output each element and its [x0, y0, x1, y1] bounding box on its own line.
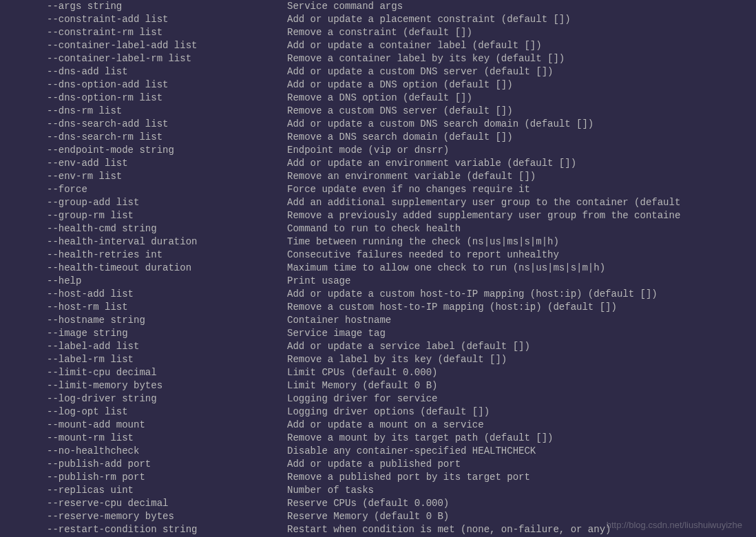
option-description: Remove a published port by its target po… [287, 471, 756, 484]
option-flag: --limit-memory bytes [0, 379, 287, 392]
option-description: Maximum time to allow one check to run (… [287, 262, 756, 275]
option-row: --label-rm listRemove a label by its key… [0, 353, 756, 366]
option-flag: --publish-add port [0, 458, 287, 471]
option-row: --constraint-rm listRemove a constraint … [0, 26, 756, 39]
option-flag: --container-label-rm list [0, 52, 287, 65]
option-description: Logging driver for service [287, 392, 756, 406]
option-flag: --dns-rm list [0, 105, 287, 118]
option-flag: --health-timeout duration [0, 262, 287, 275]
option-row: --dns-option-add listAdd or update a DNS… [0, 78, 756, 92]
option-flag: --dns-option-rm list [0, 92, 287, 105]
option-row: --dns-option-rm listRemove a DNS option … [0, 92, 756, 105]
option-description: Command to run to check health [287, 222, 756, 235]
option-flag: --reserve-memory bytes [0, 510, 287, 523]
option-description: Limit CPUs (default 0.000) [287, 366, 756, 379]
option-flag: --log-driver string [0, 392, 287, 406]
option-row: --container-label-add listAdd or update … [0, 39, 756, 52]
option-row: --endpoint-mode stringEndpoint mode (vip… [0, 144, 756, 157]
option-flag: --health-interval duration [0, 235, 287, 249]
option-flag: --constraint-add list [0, 13, 287, 26]
option-description: Time between running the check (ns|us|ms… [287, 235, 756, 249]
option-description: Add or update a mount on a service [287, 419, 756, 432]
option-description: Remove a custom host-to-IP mapping (host… [287, 301, 756, 314]
option-description: Add or update a service label (default [… [287, 340, 756, 353]
option-description: Remove a label by its key (default []) [287, 353, 756, 366]
option-flag: --label-add list [0, 340, 287, 353]
option-row: --limit-cpu decimalLimit CPUs (default 0… [0, 366, 756, 379]
option-flag: --label-rm list [0, 353, 287, 366]
option-flag: --dns-search-rm list [0, 131, 287, 144]
option-flag: --no-healthcheck [0, 445, 287, 458]
option-description: Reserve CPUs (default 0.000) [287, 497, 756, 510]
option-row: --no-healthcheckDisable any container-sp… [0, 445, 756, 458]
option-row: --reserve-cpu decimalReserve CPUs (defau… [0, 497, 756, 510]
option-flag: --host-rm list [0, 301, 287, 314]
option-description: Remove a custom DNS server (default []) [287, 105, 756, 118]
option-flag: --mount-rm list [0, 432, 287, 445]
option-flag: --mount-add mount [0, 419, 287, 432]
option-flag: --group-add list [0, 196, 287, 209]
option-row: --dns-search-add listAdd or update a cus… [0, 118, 756, 131]
option-description: Add or update a custom DNS server (defau… [287, 65, 756, 78]
option-flag: --log-opt list [0, 406, 287, 419]
option-description: Remove an environment variable (default … [287, 170, 756, 183]
option-description: Endpoint mode (vip or dnsrr) [287, 144, 756, 157]
option-description: Consecutive failures needed to report un… [287, 249, 756, 262]
option-row: --label-add listAdd or update a service … [0, 340, 756, 353]
option-description: Add or update a DNS option (default []) [287, 78, 756, 92]
option-row: --log-driver stringLogging driver for se… [0, 392, 756, 406]
option-description: Remove a previously added supplementary … [287, 209, 756, 222]
option-row: --image stringService image tag [0, 327, 756, 340]
option-row: --env-add listAdd or update an environme… [0, 157, 756, 170]
option-row: --publish-rm portRemove a published port… [0, 471, 756, 484]
option-flag: --group-rm list [0, 209, 287, 222]
option-flag: --hostname string [0, 314, 287, 327]
option-row: --args stringService command args [0, 0, 756, 13]
option-flag: --endpoint-mode string [0, 144, 287, 157]
option-row: --host-add listAdd or update a custom ho… [0, 288, 756, 301]
option-flag: --health-cmd string [0, 222, 287, 235]
option-description: Remove a DNS option (default []) [287, 92, 756, 105]
option-description: Limit Memory (default 0 B) [287, 379, 756, 392]
option-flag: --health-retries int [0, 249, 287, 262]
option-row: --replicas uintNumber of tasks [0, 484, 756, 497]
option-description: Add or update a container label (default… [287, 39, 756, 52]
option-description: Remove a mount by its target path (defau… [287, 432, 756, 445]
option-row: --container-label-rm listRemove a contai… [0, 52, 756, 65]
option-row: --env-rm listRemove an environment varia… [0, 170, 756, 183]
option-flag: --dns-add list [0, 65, 287, 78]
option-description: Add or update a placement constraint (de… [287, 13, 756, 26]
option-flag: --limit-cpu decimal [0, 366, 287, 379]
option-flag: --env-rm list [0, 170, 287, 183]
option-description: Disable any container-specified HEALTHCH… [287, 445, 756, 458]
option-row: --limit-memory bytesLimit Memory (defaul… [0, 379, 756, 392]
option-description: Add an additional supplementary user gro… [287, 196, 756, 209]
option-description: Service image tag [287, 327, 756, 340]
option-row: --mount-add mountAdd or update a mount o… [0, 419, 756, 432]
option-flag: --constraint-rm list [0, 26, 287, 39]
option-description: Container hostname [287, 314, 756, 327]
option-row: --health-timeout durationMaximum time to… [0, 262, 756, 275]
option-description: Add or update a custom DNS search domain… [287, 118, 756, 131]
option-row: --health-cmd stringCommand to run to che… [0, 222, 756, 235]
option-description: Add or update a custom host-to-IP mappin… [287, 288, 756, 301]
option-row: --dns-add listAdd or update a custom DNS… [0, 65, 756, 78]
option-description: Add or update a published port [287, 458, 756, 471]
terminal-output: --args stringService command args--const… [0, 0, 756, 536]
option-row: --constraint-add listAdd or update a pla… [0, 13, 756, 26]
option-description: Remove a container label by its key (def… [287, 52, 756, 65]
option-flag: --help [0, 275, 287, 288]
option-description: Add or update an environment variable (d… [287, 157, 756, 170]
option-row: --helpPrint usage [0, 275, 756, 288]
option-row: --group-rm listRemove a previously added… [0, 209, 756, 222]
option-flag: --dns-search-add list [0, 118, 287, 131]
option-description: Remove a constraint (default []) [287, 26, 756, 39]
option-row: --forceForce update even if no changes r… [0, 183, 756, 196]
option-description: Print usage [287, 275, 756, 288]
option-flag: --reserve-cpu decimal [0, 497, 287, 510]
option-row: --health-interval durationTime between r… [0, 235, 756, 249]
option-row: --dns-rm listRemove a custom DNS server … [0, 105, 756, 118]
option-flag: --args string [0, 0, 287, 13]
option-row: --hostname stringContainer hostname [0, 314, 756, 327]
option-flag: --restart-condition string [0, 523, 287, 536]
